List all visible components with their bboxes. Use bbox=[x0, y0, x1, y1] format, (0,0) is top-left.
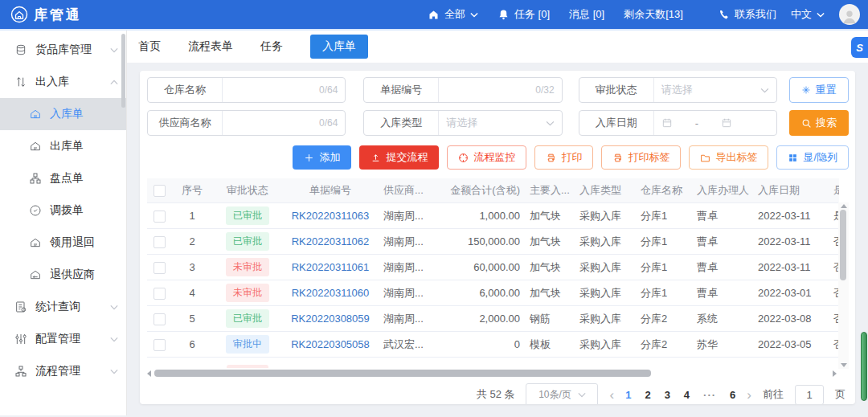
sidebar-item-outbound-order[interactable]: 出库单 bbox=[0, 130, 126, 162]
page-scrollbar-thumb[interactable] bbox=[861, 332, 867, 401]
tasks-label: 任务 [0] bbox=[514, 7, 550, 22]
page-number[interactable]: 6 bbox=[730, 389, 735, 401]
contact-us[interactable]: 联系我们 bbox=[718, 7, 776, 22]
sidebar-item-inbound-order[interactable]: 入库单 bbox=[0, 98, 126, 130]
tab-process-forms[interactable]: 流程表单 bbox=[188, 39, 233, 54]
scroll-left-arrow-icon[interactable] bbox=[147, 370, 151, 377]
select-all-checkbox[interactable] bbox=[154, 185, 166, 197]
print-button[interactable]: 打印 bbox=[534, 145, 593, 170]
tab-inbound-order[interactable]: 入库单 bbox=[310, 35, 368, 59]
scope-selector[interactable]: 全部 bbox=[428, 7, 478, 22]
char-counter: 0/64 bbox=[319, 117, 338, 129]
chevron-down-icon bbox=[110, 305, 118, 310]
approval-status-field: 审批状态 请选择 bbox=[579, 77, 777, 103]
reset-label: 重置 bbox=[815, 83, 836, 97]
page-ellipsis[interactable]: ··· bbox=[703, 389, 716, 401]
doc-no-link[interactable]: RK20220311060 bbox=[292, 287, 370, 299]
doc-no-link[interactable]: RK20220311062 bbox=[292, 235, 370, 247]
page-number[interactable]: 4 bbox=[684, 389, 690, 401]
monitor-compass-icon bbox=[458, 153, 469, 163]
col-handler: 入库办理人 bbox=[692, 178, 753, 203]
inbound-type-select[interactable]: 请选择 bbox=[438, 111, 561, 135]
doc-no-link[interactable]: RK20220311063 bbox=[292, 210, 370, 222]
sidebar-item-stocktake-order[interactable]: 盘点单 bbox=[0, 162, 126, 194]
row-checkbox[interactable] bbox=[154, 211, 166, 223]
status-badge: 未审批 bbox=[226, 258, 269, 276]
return-house-icon bbox=[29, 236, 42, 249]
goto-page-input[interactable] bbox=[795, 385, 824, 405]
cell-inbound-date: 2022-03-08 bbox=[753, 306, 829, 332]
scroll-up-arrow-icon[interactable] bbox=[841, 204, 847, 208]
sidebar-item-config[interactable]: 配置管理 bbox=[0, 323, 126, 355]
row-checkbox[interactable] bbox=[154, 288, 166, 300]
language-selector[interactable]: 中文 bbox=[791, 7, 825, 22]
cell-warehouse: 分库1 bbox=[636, 255, 692, 280]
doc-no-link[interactable]: RK20220308059 bbox=[291, 313, 370, 325]
supplier-name-input[interactable]: 0/64 bbox=[222, 111, 345, 135]
char-counter: 0/64 bbox=[319, 84, 338, 96]
table-horizontal-scrollbar[interactable] bbox=[147, 369, 850, 378]
export-tag-button[interactable]: 导出标签 bbox=[689, 145, 768, 170]
submit-process-button[interactable]: 提交流程 bbox=[359, 145, 439, 170]
table-scroll-viewport: 序号 审批状态 单据编号 供应商... 金额合计(含税) 主要入... 入库类型… bbox=[147, 178, 839, 368]
show-hide-columns-button[interactable]: 显/隐列 bbox=[776, 145, 849, 170]
col-doc-no: 单据编号 bbox=[282, 178, 379, 203]
supplier-name-label: 供应商名称 bbox=[148, 116, 222, 130]
sidebar-item-workflow[interactable]: 流程管理 bbox=[0, 355, 126, 387]
sidebar-item-statistics[interactable]: 统计查询 bbox=[0, 291, 126, 323]
phone-icon bbox=[718, 9, 730, 21]
user-avatar[interactable] bbox=[839, 4, 860, 25]
supplier-name-field: 供应商名称 0/64 bbox=[147, 110, 346, 136]
doc-no-link[interactable]: RK20220305058 bbox=[291, 338, 370, 350]
row-checkbox[interactable] bbox=[154, 313, 166, 325]
calendar-icon bbox=[721, 117, 732, 129]
scroll-right-arrow-icon[interactable] bbox=[833, 370, 837, 377]
page-number[interactable]: 2 bbox=[645, 389, 650, 401]
in-out-icon bbox=[14, 76, 27, 88]
cell-handler: 曹卓 bbox=[692, 203, 753, 229]
assistant-extension-button[interactable]: S bbox=[851, 37, 868, 58]
cell-main-item: 加气块 bbox=[525, 255, 575, 280]
process-monitor-button[interactable]: 流程监控 bbox=[447, 145, 526, 170]
print-tag-button[interactable]: 打印标签 bbox=[601, 145, 681, 170]
sidebar-item-return-supplier[interactable]: 退供应商 bbox=[0, 259, 126, 291]
row-checkbox[interactable] bbox=[154, 236, 166, 248]
cell-serial: 4 bbox=[171, 280, 213, 306]
inbound-date-range[interactable]: - bbox=[653, 111, 776, 135]
horizontal-scroll-thumb[interactable] bbox=[154, 370, 651, 377]
logo-house-icon bbox=[10, 5, 29, 24]
next-page-button[interactable]: › bbox=[747, 388, 751, 402]
tab-home[interactable]: 首页 bbox=[138, 39, 161, 54]
sidebar-item-goods[interactable]: 货品库管理 bbox=[0, 34, 126, 66]
sidebar-item-requisition-return[interactable]: 领用退回 bbox=[0, 227, 126, 259]
page-size-select[interactable]: 10条/页 bbox=[526, 383, 598, 405]
warehouse-name-input[interactable]: 0/64 bbox=[222, 78, 345, 102]
page-number[interactable]: 1 bbox=[625, 389, 631, 401]
cell-inbound-date: 2022-03-11 bbox=[753, 255, 829, 280]
table-vertical-scrollbar[interactable] bbox=[838, 202, 849, 369]
sidebar-scrollbar[interactable] bbox=[121, 34, 125, 108]
sidebar-item-inout[interactable]: 出入库 bbox=[0, 66, 126, 98]
scroll-down-arrow-icon[interactable] bbox=[841, 363, 847, 367]
col-approval-status: 审批状态 bbox=[213, 178, 282, 203]
messages-item[interactable]: 消息 [0] bbox=[569, 7, 604, 22]
select-placeholder: 请选择 bbox=[661, 83, 693, 97]
prev-page-button[interactable]: ‹ bbox=[609, 388, 614, 402]
col-amount: 金额合计(含税) bbox=[440, 178, 525, 203]
doc-no-link[interactable]: RK20220311061 bbox=[292, 261, 370, 273]
approval-status-select[interactable]: 请选择 bbox=[653, 78, 776, 102]
page-number[interactable]: 3 bbox=[665, 389, 670, 401]
add-button[interactable]: 添加 bbox=[293, 145, 351, 170]
vertical-scroll-thumb[interactable] bbox=[840, 210, 846, 280]
cell-inbound-date: 2022-03-05 bbox=[753, 332, 829, 358]
row-checkbox[interactable] bbox=[154, 339, 166, 351]
reset-button[interactable]: 重置 bbox=[789, 77, 849, 103]
doc-no-input[interactable]: 0/32 bbox=[438, 78, 561, 102]
search-button[interactable]: 搜索 bbox=[789, 110, 849, 136]
printer-icon bbox=[546, 153, 556, 163]
export-tag-label: 导出标签 bbox=[715, 150, 757, 165]
row-checkbox[interactable] bbox=[154, 262, 166, 274]
sidebar-item-transfer-order[interactable]: 调拨单 bbox=[0, 194, 126, 227]
tasks-item[interactable]: 任务 [0] bbox=[497, 7, 550, 22]
tab-tasks[interactable]: 任务 bbox=[260, 39, 283, 54]
